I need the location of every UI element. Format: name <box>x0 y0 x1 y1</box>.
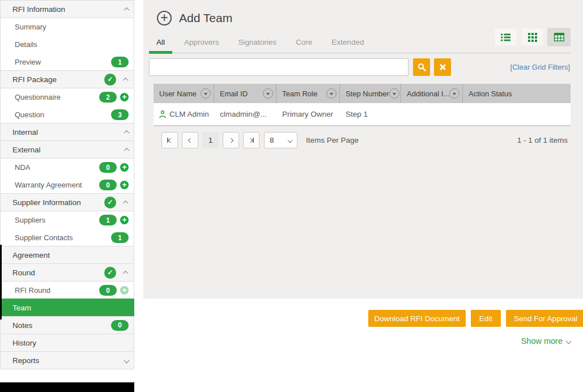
filter-icon[interactable] <box>263 88 273 99</box>
sidebar-item-suppliers[interactable]: Suppliers 1 <box>0 211 134 229</box>
column-header-team-role[interactable]: Team Role <box>276 84 340 103</box>
email-id-value: clmadmin@... <box>220 110 267 118</box>
current-page-button[interactable]: 1 <box>202 132 219 148</box>
add-icon[interactable] <box>120 163 129 172</box>
filter-icon[interactable] <box>449 88 459 99</box>
table-row[interactable]: CLM Admin clmadmin@... Primary Owner Ste… <box>154 103 571 126</box>
sidebar-section-round[interactable]: Round <box>0 263 134 282</box>
column-header-email-id[interactable]: Email ID <box>214 84 276 103</box>
sidebar-section-rfi-package[interactable]: RFI Package <box>0 70 134 88</box>
cell-step-number: Step 1 <box>340 103 401 125</box>
sidebar-section-internal[interactable]: Internal <box>0 123 134 141</box>
add-icon[interactable] <box>120 216 129 224</box>
item-label: Supplier Contacts <box>15 233 73 242</box>
tab-signatories[interactable]: Signatories <box>231 33 284 53</box>
sidebar-section-rfi-information[interactable]: RFI Information <box>0 0 134 18</box>
column-header-user-name[interactable]: User Name <box>154 84 214 103</box>
chevron-right-icon <box>248 138 253 142</box>
count-badge: 1 <box>111 57 129 67</box>
add-icon[interactable] <box>120 93 129 101</box>
team-grid: User Name Email ID Team Role Step Number… <box>154 84 571 126</box>
column-header-action-status[interactable]: Action Status <box>463 84 571 103</box>
sidebar-section-team[interactable]: Team <box>0 299 134 317</box>
filter-icon[interactable] <box>201 88 211 99</box>
cell-action-status <box>463 103 571 125</box>
clear-grid-filters-link[interactable]: [Clear Grid Filters] <box>510 63 570 71</box>
sidebar-section-history[interactable]: History <box>0 334 134 352</box>
sidebar-section-external[interactable]: External <box>0 140 134 159</box>
sidebar-item-questionnaire[interactable]: Questionnaire 2 <box>0 88 134 106</box>
search-icon <box>418 63 426 71</box>
add-team-button[interactable]: Add Team <box>157 11 232 25</box>
section-label: Supplier Information <box>12 198 81 207</box>
item-label: NDA <box>15 163 30 172</box>
count-badge: 3 <box>111 109 129 120</box>
tab-approvers[interactable]: Approvers <box>177 33 227 53</box>
sidebar-item-supplier-contacts[interactable]: Supplier Contacts 1 <box>0 229 134 246</box>
filter-icon[interactable] <box>389 88 399 99</box>
add-icon[interactable] <box>120 181 129 189</box>
section-label: External <box>12 146 41 154</box>
sidebar-section-reports[interactable]: Reports <box>0 351 134 369</box>
tab-all[interactable]: All <box>149 33 172 53</box>
prev-page-icon <box>188 138 192 142</box>
chevron-down-icon <box>288 138 292 142</box>
search-input[interactable] <box>149 58 408 76</box>
tab-core[interactable]: Core <box>288 33 320 53</box>
count-badge: 0 <box>99 180 117 190</box>
filter-caret <box>266 93 270 95</box>
check-icon <box>104 267 116 279</box>
sidebar-item-rfi-round[interactable]: RFI Round 0 <box>0 282 134 299</box>
item-label: Questionnaire <box>15 93 61 101</box>
section-label: Notes <box>12 321 32 330</box>
item-label: Suppliers <box>15 216 45 224</box>
edit-button[interactable]: Edit <box>471 310 501 327</box>
first-page-button[interactable] <box>161 132 178 148</box>
team-role-value: Primary Owner <box>282 110 333 118</box>
main-panel: Add Team <box>143 0 583 299</box>
next-page-button[interactable] <box>223 132 239 148</box>
show-more-button[interactable]: Show more <box>521 336 571 346</box>
column-label: Action Status <box>469 90 512 98</box>
filter-icon[interactable] <box>326 88 337 99</box>
items-per-page-label: Items Per Page <box>306 136 359 144</box>
chevron-up-icon <box>123 77 129 83</box>
cell-additional-info <box>401 103 463 125</box>
tab-label: Approvers <box>184 38 219 46</box>
column-header-step-number[interactable]: Step Number <box>340 84 401 103</box>
filter-caret <box>453 93 456 95</box>
tab-extended[interactable]: Extended <box>324 33 371 53</box>
clear-search-button[interactable] <box>434 58 451 76</box>
search-button[interactable] <box>413 58 430 76</box>
sidebar-item-preview[interactable]: Preview 1 <box>0 53 134 71</box>
column-label: User Name <box>159 90 197 98</box>
sidebar-item-summary[interactable]: Summary <box>0 18 134 36</box>
last-page-button[interactable] <box>243 132 259 148</box>
sidebar-item-details[interactable]: Details <box>0 36 134 53</box>
count-badge: 0 <box>99 285 117 296</box>
sidebar-item-nda[interactable]: NDA 0 <box>0 159 134 176</box>
next-page-icon <box>228 138 233 142</box>
send-for-approval-button[interactable]: Send For Approval <box>506 310 583 327</box>
sidebar-item-question[interactable]: Question 3 <box>0 106 134 123</box>
chevron-down-icon <box>124 357 130 363</box>
sidebar-section-notes[interactable]: Notes 0 <box>0 316 134 334</box>
sidebar-section-agreement[interactable]: Agreement <box>0 246 134 264</box>
item-label: Warranty Agreement <box>15 181 82 189</box>
column-label: Team Role <box>282 90 317 98</box>
page-size-select[interactable]: 8 <box>264 132 297 148</box>
filter-caret <box>204 93 207 95</box>
section-label: Round <box>12 269 35 277</box>
sidebar-section-supplier-information[interactable]: Supplier Information <box>0 193 134 211</box>
user-name-value: CLM Admin <box>169 110 209 118</box>
cell-user-name: CLM Admin <box>154 103 214 125</box>
pager-summary: 1 - 1 of 1 items <box>517 136 568 144</box>
count-badge: 0 <box>111 320 129 331</box>
person-icon <box>159 110 166 118</box>
prev-page-button[interactable] <box>182 132 198 148</box>
check-icon <box>104 197 116 208</box>
sidebar-item-warranty-agreement[interactable]: Warranty Agreement 0 <box>0 176 134 194</box>
column-header-additional-info[interactable]: Additional I... <box>401 84 463 103</box>
download-rfi-document-button[interactable]: Download RFI Document <box>368 310 466 327</box>
column-label: Email ID <box>220 90 248 98</box>
